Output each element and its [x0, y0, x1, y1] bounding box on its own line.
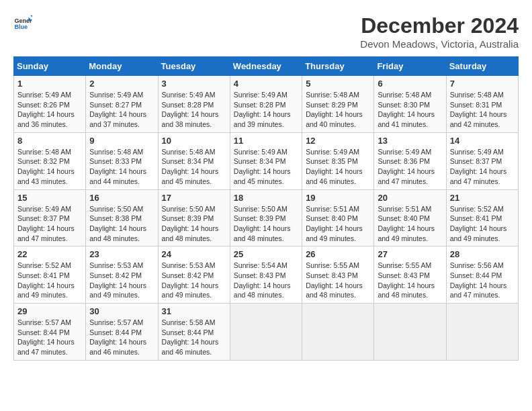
col-monday: Monday — [86, 57, 158, 76]
calendar-cell: 15 Sunrise: 5:49 AM Sunset: 8:37 PM Dayl… — [14, 189, 86, 246]
calendar-cell: 13 Sunrise: 5:49 AM Sunset: 8:36 PM Dayl… — [374, 132, 446, 189]
day-number: 6 — [378, 79, 442, 89]
day-info: Sunrise: 5:53 AM Sunset: 8:42 PM Dayligh… — [89, 261, 154, 300]
day-info: Sunrise: 5:49 AM Sunset: 8:34 PM Dayligh… — [234, 147, 298, 187]
calendar-cell: 27 Sunrise: 5:55 AM Sunset: 8:43 PM Dayl… — [374, 246, 446, 304]
calendar-cell: 24 Sunrise: 5:53 AM Sunset: 8:42 PM Dayl… — [158, 246, 230, 304]
day-info: Sunrise: 5:52 AM Sunset: 8:41 PM Dayligh… — [450, 204, 515, 244]
day-number: 18 — [234, 193, 298, 203]
day-info: Sunrise: 5:57 AM Sunset: 8:44 PM Dayligh… — [17, 318, 82, 357]
col-saturday: Saturday — [446, 57, 518, 76]
calendar-cell: 9 Sunrise: 5:48 AM Sunset: 8:33 PM Dayli… — [86, 132, 158, 189]
calendar-cell: 3 Sunrise: 5:49 AM Sunset: 8:28 PM Dayli… — [158, 76, 230, 133]
day-number: 13 — [378, 136, 442, 146]
calendar-cell: 11 Sunrise: 5:49 AM Sunset: 8:34 PM Dayl… — [230, 132, 302, 189]
day-number: 24 — [162, 249, 226, 259]
day-info: Sunrise: 5:49 AM Sunset: 8:37 PM Dayligh… — [17, 204, 82, 244]
day-number: 10 — [162, 136, 226, 146]
header-row: Sunday Monday Tuesday Wednesday Thursday… — [14, 57, 519, 76]
day-info: Sunrise: 5:49 AM Sunset: 8:28 PM Dayligh… — [162, 90, 226, 130]
day-info: Sunrise: 5:48 AM Sunset: 8:29 PM Dayligh… — [306, 90, 370, 130]
day-number: 4 — [234, 79, 298, 89]
calendar-cell: 18 Sunrise: 5:50 AM Sunset: 8:39 PM Dayl… — [230, 189, 302, 246]
day-info: Sunrise: 5:55 AM Sunset: 8:43 PM Dayligh… — [306, 261, 370, 300]
calendar-cell: 30 Sunrise: 5:57 AM Sunset: 8:44 PM Dayl… — [86, 304, 158, 361]
day-info: Sunrise: 5:51 AM Sunset: 8:40 PM Dayligh… — [306, 204, 370, 244]
day-info: Sunrise: 5:50 AM Sunset: 8:38 PM Dayligh… — [89, 204, 154, 244]
calendar-cell — [446, 304, 518, 361]
day-info: Sunrise: 5:48 AM Sunset: 8:30 PM Dayligh… — [378, 90, 442, 130]
day-number: 21 — [450, 193, 515, 203]
day-info: Sunrise: 5:48 AM Sunset: 8:32 PM Dayligh… — [17, 147, 82, 187]
day-number: 19 — [306, 193, 370, 203]
calendar-week-3: 15 Sunrise: 5:49 AM Sunset: 8:37 PM Dayl… — [14, 189, 519, 246]
day-info: Sunrise: 5:48 AM Sunset: 8:31 PM Dayligh… — [450, 90, 515, 130]
day-info: Sunrise: 5:51 AM Sunset: 8:40 PM Dayligh… — [378, 204, 442, 244]
day-number: 27 — [378, 249, 442, 259]
svg-marker-3 — [30, 15, 32, 17]
calendar-cell — [374, 304, 446, 361]
calendar-cell: 25 Sunrise: 5:54 AM Sunset: 8:43 PM Dayl… — [230, 246, 302, 304]
calendar-cell: 14 Sunrise: 5:49 AM Sunset: 8:37 PM Dayl… — [446, 132, 518, 189]
calendar-cell: 10 Sunrise: 5:48 AM Sunset: 8:34 PM Dayl… — [158, 132, 230, 189]
day-number: 29 — [17, 306, 82, 316]
day-number: 22 — [17, 249, 82, 259]
day-number: 11 — [234, 136, 298, 146]
calendar-cell: 21 Sunrise: 5:52 AM Sunset: 8:41 PM Dayl… — [446, 189, 518, 246]
day-info: Sunrise: 5:50 AM Sunset: 8:39 PM Dayligh… — [234, 204, 298, 244]
day-number: 25 — [234, 249, 298, 259]
day-info: Sunrise: 5:55 AM Sunset: 8:43 PM Dayligh… — [378, 261, 442, 300]
calendar-cell: 16 Sunrise: 5:50 AM Sunset: 8:38 PM Dayl… — [86, 189, 158, 246]
day-number: 5 — [306, 79, 370, 89]
col-friday: Friday — [374, 57, 446, 76]
day-info: Sunrise: 5:49 AM Sunset: 8:28 PM Dayligh… — [234, 90, 298, 130]
day-number: 15 — [17, 193, 82, 203]
logo-icon: General Blue — [13, 13, 32, 32]
header: General Blue December 2024 Devon Meadows… — [13, 13, 519, 50]
day-info: Sunrise: 5:49 AM Sunset: 8:36 PM Dayligh… — [378, 147, 442, 187]
day-number: 28 — [450, 249, 515, 259]
day-info: Sunrise: 5:58 AM Sunset: 8:44 PM Dayligh… — [162, 318, 226, 357]
calendar-week-4: 22 Sunrise: 5:52 AM Sunset: 8:41 PM Dayl… — [14, 246, 519, 304]
calendar-cell: 28 Sunrise: 5:56 AM Sunset: 8:44 PM Dayl… — [446, 246, 518, 304]
day-info: Sunrise: 5:49 AM Sunset: 8:26 PM Dayligh… — [17, 90, 82, 130]
day-info: Sunrise: 5:50 AM Sunset: 8:39 PM Dayligh… — [162, 204, 226, 244]
calendar-cell — [230, 304, 302, 361]
calendar-cell: 26 Sunrise: 5:55 AM Sunset: 8:43 PM Dayl… — [302, 246, 374, 304]
day-info: Sunrise: 5:52 AM Sunset: 8:41 PM Dayligh… — [17, 261, 82, 300]
calendar-week-2: 8 Sunrise: 5:48 AM Sunset: 8:32 PM Dayli… — [14, 132, 519, 189]
calendar-cell: 20 Sunrise: 5:51 AM Sunset: 8:40 PM Dayl… — [374, 189, 446, 246]
calendar-cell: 23 Sunrise: 5:53 AM Sunset: 8:42 PM Dayl… — [86, 246, 158, 304]
calendar-cell — [302, 304, 374, 361]
col-thursday: Thursday — [302, 57, 374, 76]
page-subtitle: Devon Meadows, Victoria, Australia — [360, 38, 519, 50]
day-number: 9 — [89, 136, 154, 146]
day-number: 20 — [378, 193, 442, 203]
calendar-cell: 6 Sunrise: 5:48 AM Sunset: 8:30 PM Dayli… — [374, 76, 446, 133]
day-info: Sunrise: 5:57 AM Sunset: 8:44 PM Dayligh… — [89, 318, 154, 357]
calendar-cell: 5 Sunrise: 5:48 AM Sunset: 8:29 PM Dayli… — [302, 76, 374, 133]
day-number: 30 — [89, 306, 154, 316]
col-sunday: Sunday — [14, 57, 86, 76]
day-info: Sunrise: 5:56 AM Sunset: 8:44 PM Dayligh… — [450, 261, 515, 300]
calendar-cell: 2 Sunrise: 5:49 AM Sunset: 8:27 PM Dayli… — [86, 76, 158, 133]
calendar-week-1: 1 Sunrise: 5:49 AM Sunset: 8:26 PM Dayli… — [14, 76, 519, 133]
day-info: Sunrise: 5:48 AM Sunset: 8:34 PM Dayligh… — [162, 147, 226, 187]
calendar-cell: 7 Sunrise: 5:48 AM Sunset: 8:31 PM Dayli… — [446, 76, 518, 133]
day-number: 14 — [450, 136, 515, 146]
day-number: 8 — [17, 136, 82, 146]
logo: General Blue — [13, 13, 32, 32]
day-info: Sunrise: 5:49 AM Sunset: 8:37 PM Dayligh… — [450, 147, 515, 187]
day-info: Sunrise: 5:53 AM Sunset: 8:42 PM Dayligh… — [162, 261, 226, 300]
day-number: 3 — [162, 79, 226, 89]
col-wednesday: Wednesday — [230, 57, 302, 76]
calendar-cell: 12 Sunrise: 5:49 AM Sunset: 8:35 PM Dayl… — [302, 132, 374, 189]
title-area: December 2024 Devon Meadows, Victoria, A… — [360, 13, 519, 50]
page-title: December 2024 — [360, 13, 519, 38]
day-info: Sunrise: 5:48 AM Sunset: 8:33 PM Dayligh… — [89, 147, 154, 187]
day-number: 31 — [162, 306, 226, 316]
day-number: 7 — [450, 79, 515, 89]
calendar-cell: 19 Sunrise: 5:51 AM Sunset: 8:40 PM Dayl… — [302, 189, 374, 246]
day-number: 1 — [17, 79, 82, 89]
day-info: Sunrise: 5:54 AM Sunset: 8:43 PM Dayligh… — [234, 261, 298, 300]
